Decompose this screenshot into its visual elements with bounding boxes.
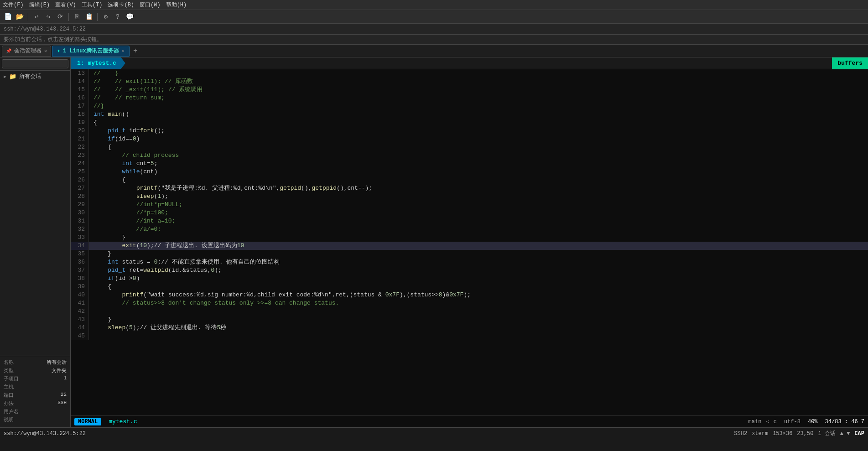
line-content: // // exit(111); // 库函数	[89, 78, 868, 86]
line-number: 18	[71, 110, 89, 119]
bottom-pos: 23,50	[797, 430, 813, 437]
code-area[interactable]: 13// }14// // exit(111); // 库函数15// // _…	[71, 69, 868, 415]
info-note-row: 说明	[4, 416, 67, 423]
main-tab[interactable]: ✦ 1 Linux腾讯云服务器 ✕	[52, 46, 130, 57]
toolbar-help[interactable]: ?	[113, 12, 123, 22]
line-number: 26	[71, 176, 89, 184]
line-content: pid_t ret=waitpid(id,&status,0);	[89, 266, 868, 275]
sidebar-search	[0, 57, 70, 71]
menu-edit[interactable]: 编辑(E)	[29, 1, 50, 9]
main-tab-num: ✦	[57, 47, 60, 54]
line-number: 29	[71, 201, 89, 209]
line-content: {	[89, 143, 868, 151]
editor-area: 1: mytest.c buffers 13// }14// // exit(1…	[71, 57, 868, 427]
status-func: main ＜ c	[748, 418, 777, 425]
line-number: 28	[71, 192, 89, 201]
line-content: int main()	[89, 110, 868, 119]
table-row: 18int main()	[71, 110, 868, 119]
info-port-row: 端口 22	[4, 392, 67, 399]
table-row: 30 //*p=100;	[71, 209, 868, 217]
tab-close-session[interactable]: ✕	[44, 48, 47, 54]
toolbar-new[interactable]: 📄	[3, 12, 13, 22]
line-number: 33	[71, 233, 89, 242]
bottom-size: 153×36	[773, 430, 792, 437]
bottom-bar: ssh://wyn@43.143.224.5:22 SSH2 xterm 153…	[0, 427, 868, 439]
bottom-protocol: SSH2	[734, 430, 747, 437]
table-row: 20 pid_t id=fork();	[71, 127, 868, 135]
session-folder-label: 所有会话	[19, 73, 41, 80]
info-name-row: 名称 所有会话	[4, 359, 67, 366]
line-content: }	[89, 316, 868, 324]
toolbar-open[interactable]: 📂	[15, 12, 25, 22]
editor-file-tab[interactable]: 1: mytest.c	[71, 57, 125, 69]
line-content: sleep(1);	[89, 192, 868, 201]
line-number: 17	[71, 102, 89, 110]
line-content	[89, 307, 868, 316]
toolbar-forward[interactable]: ↪	[43, 12, 53, 22]
info-host-label: 主机	[4, 384, 14, 390]
info-type-value: 文件夹	[52, 367, 67, 374]
line-number: 25	[71, 168, 89, 176]
toolbar-paste[interactable]: 📋	[84, 12, 94, 22]
sidebar-sessions[interactable]: ▶ 📁 所有会话	[0, 71, 70, 82]
table-row: 23 // child process	[71, 151, 868, 160]
line-number: 37	[71, 266, 89, 275]
table-row: 36 int status = 0;// 不能直接拿来使用. 他有自己的位图结构	[71, 258, 868, 266]
menu-help[interactable]: 帮助(H)	[166, 1, 187, 9]
line-number: 23	[71, 151, 89, 160]
expand-arrow-icon: ▶	[4, 74, 6, 79]
line-number: 15	[71, 86, 89, 94]
info-port-value: 22	[61, 392, 67, 399]
toolbar-settings[interactable]: ⚙	[101, 12, 111, 22]
menu-file[interactable]: 文件(F)	[3, 1, 24, 9]
line-content: {	[89, 283, 868, 291]
toolbar-sep1	[28, 13, 28, 21]
line-content: // child process	[89, 151, 868, 160]
toolbar-chat[interactable]: 💬	[125, 12, 135, 22]
line-content: if(id==0)	[89, 135, 868, 143]
bottom-ssh: ssh://wyn@43.143.224.5:22	[4, 430, 86, 437]
toolbar-copy[interactable]: ⎘	[72, 12, 82, 22]
line-content: int status = 0;// 不能直接拿来使用. 他有自己的位图结构	[89, 258, 868, 266]
table-row: 13// }	[71, 69, 868, 78]
toolbar: 📄 📂 ↩ ↪ ⟳ ⎘ 📋 ⚙ ? 💬	[0, 10, 868, 24]
table-row: 17//}	[71, 102, 868, 110]
info-type-row: 类型 文件夹	[4, 367, 67, 374]
table-row: 14// // exit(111); // 库函数	[71, 78, 868, 86]
line-number: 27	[71, 184, 89, 192]
main-tab-close[interactable]: ✕	[122, 48, 125, 54]
line-number: 38	[71, 275, 89, 283]
line-content: // }	[89, 69, 868, 78]
menu-view[interactable]: 查看(V)	[55, 1, 76, 9]
line-content: pid_t id=fork();	[89, 127, 868, 135]
line-number: 34	[71, 242, 89, 250]
line-number: 14	[71, 78, 89, 86]
line-content: printf("我是子进程:%d. 父进程:%d,cnt:%d\n",getpi…	[89, 184, 868, 192]
table-row: 37 pid_t ret=waitpid(id,&status,0);	[71, 266, 868, 275]
menu-tools[interactable]: 工具(T)	[82, 1, 103, 9]
toolbar-refresh[interactable]: ⟳	[55, 12, 65, 22]
table-row: 42	[71, 307, 868, 316]
table-row: 43 }	[71, 316, 868, 324]
table-row: 24 int cnt=5;	[71, 160, 868, 168]
add-tab-button[interactable]: +	[130, 46, 140, 56]
line-number: 20	[71, 127, 89, 135]
line-content: {	[89, 176, 868, 184]
line-content: while(cnt)	[89, 168, 868, 176]
line-content: exit(10);// 子进程退出. 设置退出码为10	[89, 242, 868, 250]
menu-tabs[interactable]: 选项卡(B)	[108, 1, 134, 9]
menu-window[interactable]: 窗口(W)	[140, 1, 161, 9]
table-row: 31 //int a=10;	[71, 217, 868, 225]
toolbar-back[interactable]: ↩	[31, 12, 42, 22]
address-bar: ssh://wyn@43.143.224.5:22	[0, 24, 868, 35]
search-input[interactable]	[2, 59, 68, 68]
line-number: 30	[71, 209, 89, 217]
session-manager-tab[interactable]: 📌 会话管理器 ✕	[2, 46, 51, 57]
line-number: 13	[71, 69, 89, 78]
folder-icon: 📁	[9, 73, 16, 80]
table-row: 26 {	[71, 176, 868, 184]
bottom-cap: CAP	[854, 430, 864, 437]
line-content: }	[89, 233, 868, 242]
status-filename: mytest.c	[109, 418, 137, 425]
table-row: 28 sleep(1);	[71, 192, 868, 201]
